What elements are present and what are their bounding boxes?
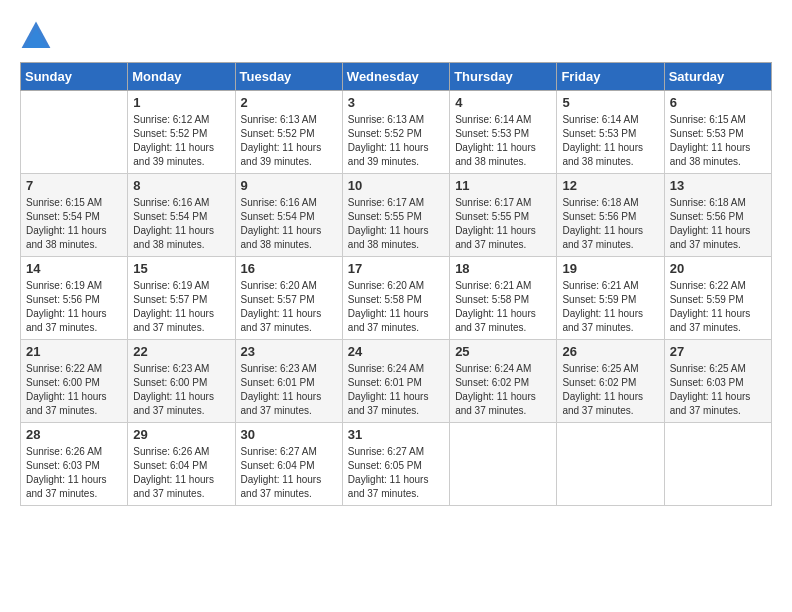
day-info: Sunrise: 6:26 AM Sunset: 6:03 PM Dayligh… bbox=[26, 445, 122, 501]
day-number: 14 bbox=[26, 261, 122, 276]
day-number: 26 bbox=[562, 344, 658, 359]
day-cell bbox=[450, 423, 557, 506]
day-info: Sunrise: 6:26 AM Sunset: 6:04 PM Dayligh… bbox=[133, 445, 229, 501]
week-row-2: 7Sunrise: 6:15 AM Sunset: 5:54 PM Daylig… bbox=[21, 174, 772, 257]
day-cell: 14Sunrise: 6:19 AM Sunset: 5:56 PM Dayli… bbox=[21, 257, 128, 340]
logo bbox=[20, 20, 56, 52]
day-cell: 9Sunrise: 6:16 AM Sunset: 5:54 PM Daylig… bbox=[235, 174, 342, 257]
day-cell: 6Sunrise: 6:15 AM Sunset: 5:53 PM Daylig… bbox=[664, 91, 771, 174]
day-number: 16 bbox=[241, 261, 337, 276]
day-cell: 27Sunrise: 6:25 AM Sunset: 6:03 PM Dayli… bbox=[664, 340, 771, 423]
day-info: Sunrise: 6:25 AM Sunset: 6:02 PM Dayligh… bbox=[562, 362, 658, 418]
col-header-tuesday: Tuesday bbox=[235, 63, 342, 91]
day-info: Sunrise: 6:14 AM Sunset: 5:53 PM Dayligh… bbox=[455, 113, 551, 169]
day-number: 12 bbox=[562, 178, 658, 193]
day-info: Sunrise: 6:15 AM Sunset: 5:54 PM Dayligh… bbox=[26, 196, 122, 252]
day-cell: 21Sunrise: 6:22 AM Sunset: 6:00 PM Dayli… bbox=[21, 340, 128, 423]
day-info: Sunrise: 6:15 AM Sunset: 5:53 PM Dayligh… bbox=[670, 113, 766, 169]
day-cell: 11Sunrise: 6:17 AM Sunset: 5:55 PM Dayli… bbox=[450, 174, 557, 257]
day-number: 20 bbox=[670, 261, 766, 276]
day-cell: 15Sunrise: 6:19 AM Sunset: 5:57 PM Dayli… bbox=[128, 257, 235, 340]
day-info: Sunrise: 6:17 AM Sunset: 5:55 PM Dayligh… bbox=[455, 196, 551, 252]
day-cell: 8Sunrise: 6:16 AM Sunset: 5:54 PM Daylig… bbox=[128, 174, 235, 257]
day-number: 9 bbox=[241, 178, 337, 193]
day-info: Sunrise: 6:24 AM Sunset: 6:02 PM Dayligh… bbox=[455, 362, 551, 418]
day-info: Sunrise: 6:23 AM Sunset: 6:00 PM Dayligh… bbox=[133, 362, 229, 418]
day-number: 5 bbox=[562, 95, 658, 110]
day-cell: 2Sunrise: 6:13 AM Sunset: 5:52 PM Daylig… bbox=[235, 91, 342, 174]
day-info: Sunrise: 6:23 AM Sunset: 6:01 PM Dayligh… bbox=[241, 362, 337, 418]
day-cell: 29Sunrise: 6:26 AM Sunset: 6:04 PM Dayli… bbox=[128, 423, 235, 506]
day-cell: 4Sunrise: 6:14 AM Sunset: 5:53 PM Daylig… bbox=[450, 91, 557, 174]
day-number: 13 bbox=[670, 178, 766, 193]
calendar-table: SundayMondayTuesdayWednesdayThursdayFrid… bbox=[20, 62, 772, 506]
day-info: Sunrise: 6:13 AM Sunset: 5:52 PM Dayligh… bbox=[241, 113, 337, 169]
day-cell: 23Sunrise: 6:23 AM Sunset: 6:01 PM Dayli… bbox=[235, 340, 342, 423]
day-info: Sunrise: 6:24 AM Sunset: 6:01 PM Dayligh… bbox=[348, 362, 444, 418]
col-header-sunday: Sunday bbox=[21, 63, 128, 91]
day-number: 23 bbox=[241, 344, 337, 359]
day-number: 11 bbox=[455, 178, 551, 193]
day-number: 10 bbox=[348, 178, 444, 193]
day-number: 1 bbox=[133, 95, 229, 110]
day-cell: 20Sunrise: 6:22 AM Sunset: 5:59 PM Dayli… bbox=[664, 257, 771, 340]
day-cell: 31Sunrise: 6:27 AM Sunset: 6:05 PM Dayli… bbox=[342, 423, 449, 506]
day-info: Sunrise: 6:20 AM Sunset: 5:58 PM Dayligh… bbox=[348, 279, 444, 335]
day-cell: 30Sunrise: 6:27 AM Sunset: 6:04 PM Dayli… bbox=[235, 423, 342, 506]
day-info: Sunrise: 6:19 AM Sunset: 5:57 PM Dayligh… bbox=[133, 279, 229, 335]
day-info: Sunrise: 6:16 AM Sunset: 5:54 PM Dayligh… bbox=[241, 196, 337, 252]
day-number: 31 bbox=[348, 427, 444, 442]
col-header-wednesday: Wednesday bbox=[342, 63, 449, 91]
day-cell: 12Sunrise: 6:18 AM Sunset: 5:56 PM Dayli… bbox=[557, 174, 664, 257]
day-cell: 18Sunrise: 6:21 AM Sunset: 5:58 PM Dayli… bbox=[450, 257, 557, 340]
day-cell: 13Sunrise: 6:18 AM Sunset: 5:56 PM Dayli… bbox=[664, 174, 771, 257]
col-header-thursday: Thursday bbox=[450, 63, 557, 91]
day-cell: 22Sunrise: 6:23 AM Sunset: 6:00 PM Dayli… bbox=[128, 340, 235, 423]
day-number: 4 bbox=[455, 95, 551, 110]
day-cell: 10Sunrise: 6:17 AM Sunset: 5:55 PM Dayli… bbox=[342, 174, 449, 257]
page-header bbox=[20, 20, 772, 52]
logo-icon bbox=[20, 20, 52, 52]
day-number: 3 bbox=[348, 95, 444, 110]
day-info: Sunrise: 6:21 AM Sunset: 5:59 PM Dayligh… bbox=[562, 279, 658, 335]
day-info: Sunrise: 6:21 AM Sunset: 5:58 PM Dayligh… bbox=[455, 279, 551, 335]
day-info: Sunrise: 6:27 AM Sunset: 6:04 PM Dayligh… bbox=[241, 445, 337, 501]
day-number: 8 bbox=[133, 178, 229, 193]
day-info: Sunrise: 6:27 AM Sunset: 6:05 PM Dayligh… bbox=[348, 445, 444, 501]
day-cell: 3Sunrise: 6:13 AM Sunset: 5:52 PM Daylig… bbox=[342, 91, 449, 174]
day-number: 7 bbox=[26, 178, 122, 193]
day-number: 17 bbox=[348, 261, 444, 276]
day-cell bbox=[664, 423, 771, 506]
day-number: 29 bbox=[133, 427, 229, 442]
day-cell bbox=[21, 91, 128, 174]
col-header-monday: Monday bbox=[128, 63, 235, 91]
calendar-header-row: SundayMondayTuesdayWednesdayThursdayFrid… bbox=[21, 63, 772, 91]
day-number: 24 bbox=[348, 344, 444, 359]
day-info: Sunrise: 6:19 AM Sunset: 5:56 PM Dayligh… bbox=[26, 279, 122, 335]
week-row-3: 14Sunrise: 6:19 AM Sunset: 5:56 PM Dayli… bbox=[21, 257, 772, 340]
day-info: Sunrise: 6:18 AM Sunset: 5:56 PM Dayligh… bbox=[670, 196, 766, 252]
day-cell: 24Sunrise: 6:24 AM Sunset: 6:01 PM Dayli… bbox=[342, 340, 449, 423]
day-info: Sunrise: 6:14 AM Sunset: 5:53 PM Dayligh… bbox=[562, 113, 658, 169]
day-cell: 5Sunrise: 6:14 AM Sunset: 5:53 PM Daylig… bbox=[557, 91, 664, 174]
day-info: Sunrise: 6:12 AM Sunset: 5:52 PM Dayligh… bbox=[133, 113, 229, 169]
day-number: 30 bbox=[241, 427, 337, 442]
day-info: Sunrise: 6:18 AM Sunset: 5:56 PM Dayligh… bbox=[562, 196, 658, 252]
day-cell: 16Sunrise: 6:20 AM Sunset: 5:57 PM Dayli… bbox=[235, 257, 342, 340]
day-number: 21 bbox=[26, 344, 122, 359]
day-number: 2 bbox=[241, 95, 337, 110]
week-row-5: 28Sunrise: 6:26 AM Sunset: 6:03 PM Dayli… bbox=[21, 423, 772, 506]
day-number: 27 bbox=[670, 344, 766, 359]
day-number: 6 bbox=[670, 95, 766, 110]
day-info: Sunrise: 6:22 AM Sunset: 6:00 PM Dayligh… bbox=[26, 362, 122, 418]
col-header-friday: Friday bbox=[557, 63, 664, 91]
day-cell: 7Sunrise: 6:15 AM Sunset: 5:54 PM Daylig… bbox=[21, 174, 128, 257]
day-info: Sunrise: 6:20 AM Sunset: 5:57 PM Dayligh… bbox=[241, 279, 337, 335]
day-number: 28 bbox=[26, 427, 122, 442]
day-cell: 25Sunrise: 6:24 AM Sunset: 6:02 PM Dayli… bbox=[450, 340, 557, 423]
col-header-saturday: Saturday bbox=[664, 63, 771, 91]
day-cell: 19Sunrise: 6:21 AM Sunset: 5:59 PM Dayli… bbox=[557, 257, 664, 340]
day-cell: 28Sunrise: 6:26 AM Sunset: 6:03 PM Dayli… bbox=[21, 423, 128, 506]
week-row-4: 21Sunrise: 6:22 AM Sunset: 6:00 PM Dayli… bbox=[21, 340, 772, 423]
day-number: 25 bbox=[455, 344, 551, 359]
